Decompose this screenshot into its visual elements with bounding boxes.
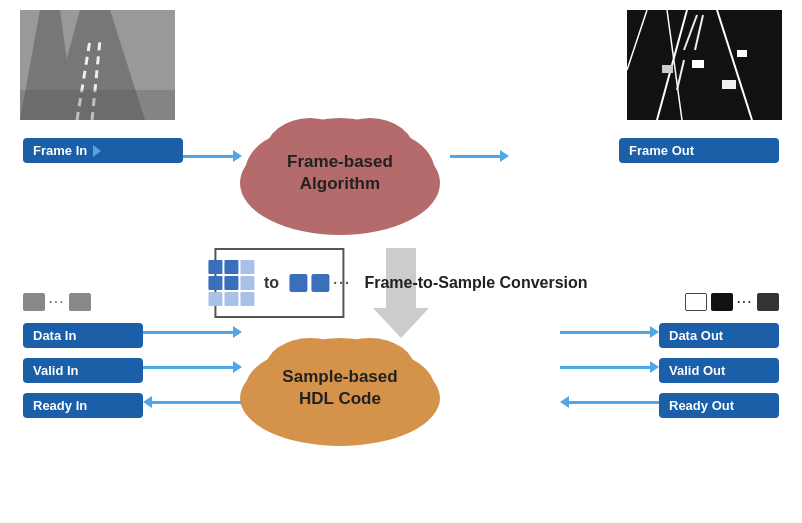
strip-gray-2 xyxy=(69,293,91,311)
frame-out-button[interactable]: Frame Out xyxy=(619,138,779,163)
svg-rect-14 xyxy=(692,60,704,68)
sample-dots: ··· xyxy=(333,275,351,291)
data-out-arrow xyxy=(560,326,659,338)
ready-out-arrow xyxy=(560,396,659,408)
sample-strip-right: ··· xyxy=(685,293,779,311)
sample-based-cloud: Sample-based HDL Code xyxy=(230,328,450,448)
ready-in-arrow xyxy=(143,396,242,408)
conversion-label: Frame-to-Sample Conversion xyxy=(364,274,587,292)
strip-dots-right: ··· xyxy=(737,295,753,309)
svg-rect-6 xyxy=(627,10,782,120)
sample-1 xyxy=(289,274,307,292)
sample-blocks: ··· xyxy=(289,274,351,292)
ready-in-button[interactable]: Ready In xyxy=(23,393,143,418)
frame-cloud-label: Frame-based Algorithm xyxy=(287,151,393,195)
valid-in-arrow xyxy=(143,361,242,373)
svg-rect-17 xyxy=(662,65,673,73)
svg-rect-15 xyxy=(722,80,736,89)
strip-dots-left: ··· xyxy=(49,295,65,309)
strip-white xyxy=(685,293,707,311)
strip-black xyxy=(711,293,733,311)
ready-out-button[interactable]: Ready Out xyxy=(659,393,779,418)
diagram: Frame-based Algorithm Sample-based HDL C… xyxy=(0,0,802,523)
road-in-image xyxy=(20,10,175,120)
data-in-arrow xyxy=(143,326,242,338)
svg-rect-5 xyxy=(20,90,175,120)
strip-dark-2 xyxy=(757,293,779,311)
sample-cloud-label: Sample-based HDL Code xyxy=(282,366,397,410)
conversion-box: to ··· Frame-to-Sample Conversion xyxy=(214,248,587,318)
frame-grid xyxy=(208,260,254,306)
frame-in-arrow xyxy=(183,150,242,162)
data-out-button[interactable]: Data Out xyxy=(659,323,779,348)
frame-out-arrow xyxy=(450,150,509,162)
valid-out-arrow xyxy=(560,361,659,373)
sample-strip-left: ··· xyxy=(23,293,91,311)
frame-based-cloud: Frame-based Algorithm xyxy=(230,108,450,238)
sample-2 xyxy=(311,274,329,292)
road-out-image xyxy=(627,10,782,120)
svg-rect-16 xyxy=(737,50,747,57)
valid-out-button[interactable]: Valid Out xyxy=(659,358,779,383)
data-in-button[interactable]: Data In xyxy=(23,323,143,348)
valid-in-button[interactable]: Valid In xyxy=(23,358,143,383)
conversion-visual: to ··· xyxy=(214,248,344,318)
frame-in-button[interactable]: Frame In xyxy=(23,138,183,163)
to-text: to xyxy=(264,274,279,292)
strip-gray-1 xyxy=(23,293,45,311)
